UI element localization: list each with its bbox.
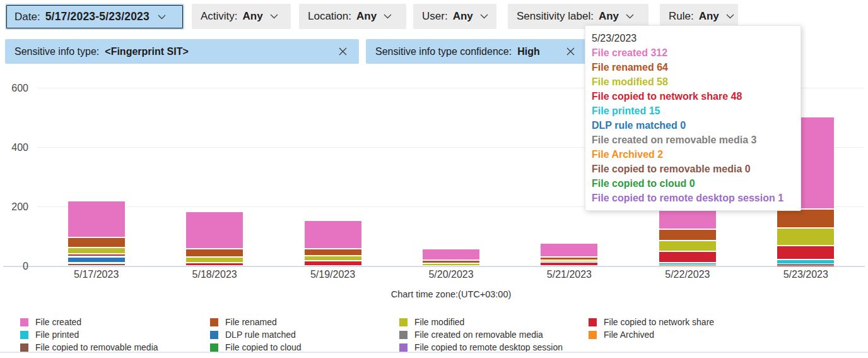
legend-label: File copied to network share <box>604 317 714 327</box>
x-axis-tick-label: 5/17/2023 <box>65 269 128 280</box>
tooltip-item: File created on removable media 3 <box>592 133 794 147</box>
bar-segment[interactable] <box>777 246 834 260</box>
legend-label: File copied to cloud <box>225 342 302 352</box>
tooltip-item: File copied to network share 48 <box>592 89 794 104</box>
filter-user-value: Any <box>453 10 473 23</box>
bar-segment[interactable] <box>541 243 597 258</box>
legend-item[interactable]: File renamed <box>210 316 399 328</box>
bar-segment[interactable] <box>777 260 834 264</box>
filter-date-value: 5/17/2023-5/23/2023 <box>45 10 150 23</box>
legend-item[interactable]: File created <box>20 316 210 328</box>
bar-segment[interactable] <box>68 254 125 257</box>
filter-sensitivity-label-label: Sensitivity label: <box>517 10 594 23</box>
legend-item[interactable]: File modified <box>399 316 589 328</box>
bar-segment[interactable] <box>777 228 834 245</box>
tooltip-item: DLP rule matched 0 <box>592 118 794 133</box>
legend-swatch-icon <box>589 331 597 339</box>
bar-segment[interactable] <box>777 265 834 266</box>
tooltip-items: File created 312File renamed 64File modi… <box>592 45 794 205</box>
filter-sensitivity-label-value: Any <box>599 10 619 23</box>
bar-segment[interactable] <box>659 263 716 265</box>
filter-date[interactable]: Date: 5/17/2023-5/23/2023 <box>5 4 184 30</box>
legend-item[interactable]: File Archived <box>589 328 865 341</box>
chart-legend: File createdFile renamedFile modifiedFil… <box>20 316 865 354</box>
applied-filter-conf-label: Sensitive info type confidence: <box>375 46 512 57</box>
tooltip-item: File copied to removable media 0 <box>592 162 794 176</box>
bar-segment[interactable] <box>659 241 716 251</box>
x-axis-tick-label: 5/20/2023 <box>419 269 483 280</box>
legend-swatch-icon <box>210 343 218 352</box>
chevron-down-icon <box>384 14 392 19</box>
bar-segment[interactable] <box>68 263 125 266</box>
close-icon[interactable] <box>566 47 575 56</box>
activity-explorer-panel: Date: 5/17/2023-5/23/2023 Activity: Any … <box>0 0 868 358</box>
applied-filter-sensitive-info-type[interactable]: Sensitive info type: <Fingerprint SIT> <box>5 39 359 64</box>
bar-segment[interactable] <box>541 262 597 266</box>
bar-segment[interactable] <box>305 249 361 255</box>
y-axis-tick-label: 600 <box>3 83 28 94</box>
legend-label: File copied to removable media <box>35 342 158 352</box>
bar-segment[interactable] <box>423 263 479 266</box>
x-axis-line <box>3 266 865 267</box>
legend-swatch-icon <box>589 318 597 326</box>
tooltip-title: 5/23/2023 <box>592 31 794 45</box>
legend-label: File copied to remote desktop session <box>414 342 563 352</box>
close-icon[interactable] <box>338 47 348 56</box>
bar-segment[interactable] <box>541 257 597 260</box>
applied-filter-conf-value: High <box>517 46 540 57</box>
bar-segment[interactable] <box>659 229 716 240</box>
bar-segment[interactable] <box>777 264 834 265</box>
bar-segment[interactable] <box>186 249 243 257</box>
legend-item[interactable]: File copied to network share <box>589 316 865 328</box>
bar-segment[interactable] <box>68 248 125 254</box>
tooltip-item: File modified 58 <box>592 75 794 89</box>
chevron-down-icon <box>480 14 488 19</box>
filter-location-label: Location: <box>308 10 351 23</box>
filter-activity[interactable]: Activity: Any <box>192 4 291 29</box>
applied-filter-sit-confidence[interactable]: Sensitive info type confidence: High <box>366 39 590 64</box>
legend-item[interactable]: File printed <box>20 328 210 341</box>
legend-label: File printed <box>35 330 79 340</box>
bar-segment[interactable] <box>659 251 716 263</box>
legend-swatch-icon <box>20 343 28 352</box>
bar-segment[interactable] <box>68 257 125 263</box>
bar-segment[interactable] <box>305 256 361 261</box>
bar-segment[interactable] <box>659 265 716 266</box>
bar-segment[interactable] <box>777 209 834 228</box>
filter-user-label: User: <box>422 10 448 23</box>
filter-location[interactable]: Location: Any <box>299 4 406 29</box>
legend-swatch-icon <box>399 331 408 339</box>
tooltip-item: File copied to remote desktop session 1 <box>592 191 794 205</box>
legend-label: File created <box>35 317 81 327</box>
bar-segment[interactable] <box>305 220 361 249</box>
x-axis-tick-label: 5/23/2023 <box>774 269 837 280</box>
legend-item[interactable]: DLP rule matched <box>210 328 399 341</box>
bar-segment[interactable] <box>423 249 479 260</box>
bar-segment[interactable] <box>305 261 361 266</box>
bar-segment[interactable] <box>68 201 125 238</box>
x-axis-tick-label: 5/18/2023 <box>183 269 246 280</box>
tooltip-item: File Archived 2 <box>592 147 794 162</box>
filter-rule-value: Any <box>699 10 719 23</box>
applied-filter-sit-value: <Fingerprint SIT> <box>105 46 188 57</box>
x-axis-tick-label: 5/19/2023 <box>302 269 365 280</box>
bar-segment[interactable] <box>186 263 243 266</box>
filter-rule-label: Rule: <box>669 10 694 23</box>
bar-segment[interactable] <box>186 257 243 262</box>
chart-timezone-label: Chart time zone:(UTC+03:00) <box>0 289 868 299</box>
legend-item[interactable]: File created on removable media <box>399 328 589 341</box>
legend-swatch-icon <box>399 343 408 352</box>
bar-segment[interactable] <box>68 237 125 248</box>
tooltip-item: File printed 15 <box>592 104 794 118</box>
legend-label: File renamed <box>225 317 277 327</box>
legend-swatch-icon <box>210 318 218 326</box>
bar-segment[interactable] <box>423 260 479 264</box>
bar-segment[interactable] <box>186 212 243 249</box>
filter-user[interactable]: User: Any <box>413 4 496 29</box>
legend-swatch-icon <box>210 331 218 339</box>
x-axis-tick-label: 5/21/2023 <box>537 269 601 280</box>
chevron-down-icon <box>158 15 166 20</box>
chevron-down-icon <box>726 14 734 19</box>
bottom-divider <box>0 352 868 353</box>
bar-segment[interactable] <box>541 260 597 262</box>
